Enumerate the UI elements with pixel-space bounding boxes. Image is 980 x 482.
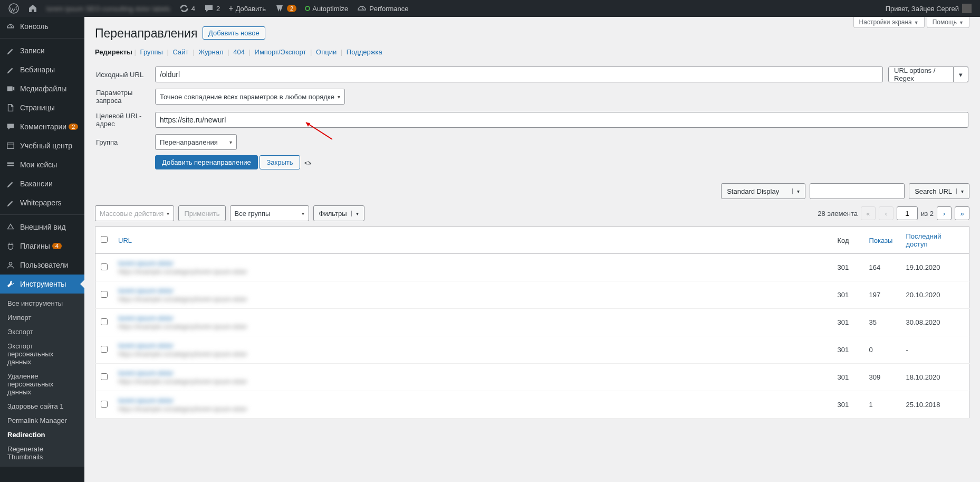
filters-button[interactable]: Фильтры▾: [313, 205, 364, 221]
menu-comments[interactable]: Комментарии2: [0, 117, 84, 136]
menu-vacancies[interactable]: Вакансии: [0, 174, 84, 193]
col-code: Код: [832, 227, 864, 254]
site-name[interactable]: lorem ipsum SEO-consulting dolor labels: [42, 0, 175, 17]
search-input[interactable]: [810, 183, 905, 199]
row-hits: 0: [864, 336, 901, 364]
bulk-actions-select[interactable]: Массовые действия▾: [95, 205, 174, 221]
select-all-checkbox[interactable]: [101, 236, 108, 243]
group-filter-select[interactable]: Все группы▾: [230, 205, 309, 221]
row-code: 301: [832, 254, 864, 281]
close-button[interactable]: Закрыть: [260, 155, 300, 169]
sub-permalink[interactable]: Permalink Manager: [0, 413, 84, 428]
menu-appearance[interactable]: Внешний вид: [0, 218, 84, 237]
row-code: 301: [832, 364, 864, 391]
row-url: lorem-ipsum-dolor: [118, 369, 827, 377]
menu-cases[interactable]: Мои кейсы: [0, 155, 84, 174]
url-options-select[interactable]: URL options / Regex ▾: [888, 67, 968, 82]
user-greeting[interactable]: Привет, Зайцев Сергей: [881, 0, 976, 17]
menu-media[interactable]: Медиафайлы: [0, 79, 84, 98]
admin-sidebar: Консоль Записи Вебинары Медиафайлы Стран…: [0, 17, 84, 482]
page-input[interactable]: [897, 206, 918, 220]
redirect-form: Исходный URL URL options / Regex ▾ Парам…: [95, 63, 969, 173]
row-checkbox[interactable]: [101, 401, 108, 408]
display-mode-select[interactable]: Standard Display▾: [721, 183, 805, 199]
source-label: Исходный URL: [96, 64, 154, 84]
row-checkbox[interactable]: [101, 318, 108, 325]
tab-support[interactable]: Поддержка: [344, 48, 385, 56]
gear-icon[interactable]: [304, 159, 312, 167]
table-row[interactable]: lorem-ipsum-dolorhttps://example.ru/cate…: [95, 281, 969, 309]
menu-dashboard[interactable]: Консоль: [0, 17, 84, 36]
wp-logo[interactable]: [4, 0, 23, 17]
group-select[interactable]: Перенаправления▾: [155, 134, 237, 150]
sub-all-tools[interactable]: Все инструменты: [0, 296, 84, 310]
tabs: Редиректы | Группы | Сайт | Журнал | 404…: [95, 48, 969, 56]
table-row[interactable]: lorem-ipsum-dolorhttps://example.ru/cate…: [95, 336, 969, 364]
next-page-button[interactable]: ›: [937, 206, 952, 220]
row-target: https://example.ru/category/lorem-ipsum-…: [118, 351, 827, 358]
col-last[interactable]: Последний доступ: [906, 232, 941, 248]
group-label: Группа: [96, 132, 154, 152]
performance[interactable]: Performance: [352, 0, 412, 17]
menu-pages[interactable]: Страницы: [0, 98, 84, 117]
menu-whitepapers[interactable]: Whitepapers: [0, 193, 84, 212]
sub-redirection[interactable]: Redirection: [0, 428, 84, 442]
table-row[interactable]: lorem-ipsum-dolorhttps://example.ru/cate…: [95, 309, 969, 336]
sub-regen-thumb[interactable]: Regenerate Thumbnails: [0, 442, 84, 464]
tab-log[interactable]: Журнал: [196, 48, 225, 56]
row-url: lorem-ipsum-dolor: [118, 259, 827, 267]
row-checkbox[interactable]: [101, 291, 108, 298]
row-checkbox[interactable]: [101, 346, 108, 353]
table-row[interactable]: lorem-ipsum-dolorhttps://example.ru/cate…: [95, 254, 969, 281]
target-url-input[interactable]: [155, 112, 968, 128]
row-checkbox[interactable]: [101, 373, 108, 380]
site-home-icon[interactable]: [23, 0, 42, 17]
autoptimize[interactable]: Autoptimize: [301, 0, 352, 17]
menu-webinars[interactable]: Вебинары: [0, 60, 84, 79]
sub-export-personal[interactable]: Экспорт персональных данных: [0, 339, 84, 369]
table-row[interactable]: lorem-ipsum-dolorhttps://example.ru/cate…: [95, 364, 969, 391]
comments[interactable]: 2: [199, 0, 224, 17]
help-button[interactable]: Помощь▼: [927, 17, 969, 28]
page-title: Перенаправления: [95, 17, 197, 46]
menu-tools[interactable]: Инструменты: [0, 275, 84, 294]
add-new-button[interactable]: Добавить новое: [203, 26, 265, 40]
tab-404[interactable]: 404: [231, 48, 247, 56]
redirects-table: URL Код Показы Последний доступ lorem-ip…: [95, 226, 969, 419]
sub-health[interactable]: Здоровье сайта 1: [0, 399, 84, 413]
svg-rect-3: [7, 163, 14, 164]
last-page-button[interactable]: »: [955, 206, 969, 220]
tab-site[interactable]: Сайт: [171, 48, 191, 56]
yoast[interactable]: 2: [270, 0, 301, 17]
add-redirect-button[interactable]: Добавить перенаправление: [155, 155, 258, 169]
row-hits: 35: [864, 309, 901, 336]
row-url: lorem-ipsum-dolor: [118, 342, 827, 349]
source-url-input[interactable]: [155, 67, 883, 82]
table-row[interactable]: lorem-ipsum-dolorhttps://example.ru/cate…: [95, 391, 969, 419]
row-code: 301: [832, 391, 864, 419]
sub-import[interactable]: Импорт: [0, 310, 84, 325]
col-hits[interactable]: Показы: [869, 237, 893, 244]
query-params-select[interactable]: Точное совпадение всех параметров в любо…: [155, 89, 345, 105]
tab-options[interactable]: Опции: [314, 48, 339, 56]
tab-import[interactable]: Импорт/Экспорт: [253, 48, 309, 56]
screen-options-button[interactable]: Настройки экрана▼: [853, 17, 925, 28]
row-code: 301: [832, 309, 864, 336]
tab-groups[interactable]: Группы: [138, 48, 165, 56]
menu-plugins[interactable]: Плагины4: [0, 237, 84, 256]
sub-erase-personal[interactable]: Удаление персональных данных: [0, 369, 84, 399]
menu-users[interactable]: Пользователи: [0, 256, 84, 275]
col-url[interactable]: URL: [118, 237, 132, 244]
search-url-button[interactable]: Search URL▾: [909, 183, 969, 199]
tab-redirects[interactable]: Редиректы: [95, 48, 132, 56]
query-label: Параметры запроса: [96, 86, 154, 108]
menu-learning[interactable]: Учебный центр: [0, 136, 84, 155]
apply-button[interactable]: Применить: [178, 205, 225, 221]
page-total: из 2: [921, 210, 934, 218]
row-checkbox[interactable]: [101, 263, 108, 270]
menu-posts[interactable]: Записи: [0, 41, 84, 60]
updates[interactable]: 4: [175, 0, 199, 17]
add-new[interactable]: +Добавить: [224, 0, 270, 17]
sub-export[interactable]: Экспорт: [0, 325, 84, 339]
row-target: https://example.ru/category/lorem-ipsum-…: [118, 268, 827, 276]
